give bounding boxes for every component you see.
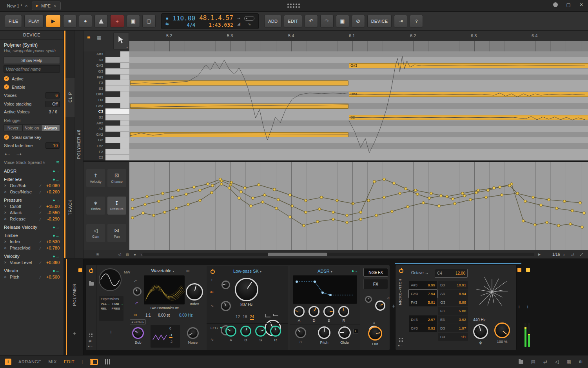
- automation-point[interactable]: [185, 193, 188, 196]
- mod-target-row[interactable]: ✕Oscs/Noise∕+0.260: [0, 189, 64, 195]
- osc-ratio-value[interactable]: 1:1: [145, 313, 151, 317]
- tuning-cell[interactable]: C31/1: [438, 333, 468, 341]
- oscillator-mode-selector[interactable]: Wavetable ▾: [141, 268, 185, 273]
- remove-icon[interactable]: ✕: [4, 246, 8, 250]
- d-knob[interactable]: [309, 306, 319, 317]
- param-value-box[interactable]: Off: [45, 101, 60, 107]
- mod-target-row[interactable]: ✕Pitch∕+0.500: [0, 274, 64, 280]
- piano-key-row[interactable]: E2: [83, 155, 129, 160]
- automation-point[interactable]: [211, 184, 214, 187]
- wavetable-file-name[interactable]: Two Harmonics.wt: [144, 306, 185, 310]
- automation-point[interactable]: [375, 214, 378, 217]
- add-modulator-icon[interactable]: +: [109, 329, 113, 335]
- mod-route-icon[interactable]: ●→: [53, 233, 60, 238]
- clip-source-strip[interactable]: POLYMER #6: [74, 31, 83, 258]
- tuning-cell[interactable]: E33.92: [438, 315, 468, 324]
- automation-point[interactable]: [175, 207, 178, 210]
- layers-icon[interactable]: ≋: [56, 160, 60, 165]
- piano-key[interactable]: [105, 132, 129, 138]
- tuning-cell[interactable]: F35.00: [438, 307, 468, 315]
- zoom-swap-icon[interactable]: ⇄: [571, 252, 574, 257]
- tuning-cell[interactable]: D#32.97: [409, 315, 437, 324]
- grid-resolution-value[interactable]: 1/16: [552, 252, 560, 257]
- s-knob[interactable]: [323, 306, 334, 317]
- tab-new1[interactable]: New 1 * ✕: [3, 2, 32, 10]
- env-curve-knob[interactable]: [295, 327, 306, 338]
- piano-key-row[interactable]: F3: [83, 80, 129, 86]
- amount-value[interactable]: 100 %: [497, 339, 508, 344]
- view-tab-mix[interactable]: MIX: [49, 359, 57, 364]
- automation-point[interactable]: [359, 211, 362, 214]
- mod-target-row[interactable]: ✕Release∕-0.290: [0, 216, 64, 222]
- close-window-icon[interactable]: ✕: [579, 2, 583, 7]
- automation-point[interactable]: [144, 203, 147, 206]
- piano-key[interactable]: [105, 75, 129, 80]
- timeline-ruler[interactable]: 5.25.35.46.16.26.36.4: [129, 31, 588, 41]
- reference-knob[interactable]: [473, 324, 488, 339]
- piano-key-row[interactable]: F#3: [83, 75, 129, 80]
- harmonics-icon[interactable]: ılıı: [134, 313, 137, 317]
- wavetable-bars-icon[interactable]: ılıı: [186, 269, 189, 273]
- automation-point[interactable]: [469, 199, 472, 201]
- piano-key[interactable]: [105, 137, 129, 143]
- groove-icon[interactable]: ⇆: [165, 22, 169, 26]
- device-power-icon[interactable]: [89, 269, 93, 273]
- mod-route-icon[interactable]: ↗: [134, 279, 137, 283]
- automation-point[interactable]: [477, 189, 480, 192]
- tuning-cell[interactable]: F#35.91: [409, 298, 437, 306]
- automation-point[interactable]: [131, 199, 134, 201]
- audition-speaker-icon[interactable]: ◁: [555, 359, 559, 364]
- filter-env-amount-knob[interactable]: [221, 301, 231, 311]
- mod-target-row[interactable]: ✕Cutoff∕+15.00: [0, 203, 64, 210]
- mod-amount-value[interactable]: +15.00: [42, 204, 60, 209]
- device-power-icon[interactable]: [399, 269, 403, 273]
- automation-point[interactable]: [485, 196, 488, 199]
- song-time-value[interactable]: 1:43.032: [209, 22, 233, 28]
- remove-icon[interactable]: ✕: [4, 217, 8, 221]
- amount-knob[interactable]: [494, 322, 510, 338]
- piano-key[interactable]: [105, 91, 129, 97]
- insert-device-icon[interactable]: +: [392, 303, 395, 309]
- modulator-row[interactable]: Release Velocity●→: [0, 222, 64, 230]
- zoom-fit-icon[interactable]: ⤢: [580, 252, 583, 257]
- piano-key-row[interactable]: G2: [83, 137, 129, 143]
- piano-key-row[interactable]: F2: [83, 149, 129, 155]
- automation-point[interactable]: [391, 210, 394, 213]
- piano-key[interactable]: [105, 149, 129, 155]
- mod-route-icon[interactable]: ●→: [53, 169, 60, 173]
- expression-vel[interactable]: VEL→: [101, 302, 110, 306]
- toggle-row[interactable]: ✓Enable: [0, 83, 64, 91]
- piano-key-row[interactable]: A3: [83, 57, 129, 63]
- automation-point[interactable]: [250, 205, 252, 208]
- tuning-cell[interactable]: G#37.94: [409, 290, 437, 298]
- expression-timb[interactable]: TIMB→: [112, 302, 123, 306]
- pointer-tool-button[interactable]: ▾: [113, 32, 129, 50]
- piano-key[interactable]: [105, 57, 129, 63]
- automation-point[interactable]: [524, 200, 527, 203]
- piano-key-row[interactable]: F#2: [83, 143, 129, 149]
- automation-point[interactable]: [501, 194, 503, 197]
- piano-key-row[interactable]: A2: [83, 126, 129, 132]
- automation-point[interactable]: [508, 184, 511, 187]
- maximize-icon[interactable]: ▢: [566, 2, 571, 7]
- automation-point[interactable]: [158, 200, 160, 203]
- a-knob[interactable]: [294, 306, 305, 317]
- sub-octave-option[interactable]: -2: [169, 340, 172, 344]
- noise-level-knob[interactable]: [187, 327, 199, 339]
- d-knob[interactable]: [240, 326, 251, 337]
- automation-point[interactable]: [193, 186, 196, 189]
- piano-key-column[interactable]: A#3A3G#3G3F#3F3E3D#3D3C#3C3B2A#2A2G#2G2F…: [83, 51, 129, 160]
- automation-point[interactable]: [318, 208, 321, 211]
- automation-point[interactable]: [346, 221, 348, 224]
- mod-target-row[interactable]: ✕PhaseMod∕+0.780: [0, 245, 64, 251]
- automation-point[interactable]: [273, 188, 276, 191]
- mod-amount-value[interactable]: -0.550: [42, 210, 60, 215]
- tap-tempo-icon[interactable]: ■: [166, 16, 168, 20]
- lane-gain[interactable]: ◁Gain: [86, 224, 105, 242]
- mod-target-row[interactable]: ✕Osc/Sub∕+0.080: [0, 182, 64, 189]
- piano-key[interactable]: [105, 115, 129, 120]
- add-device-icon[interactable]: +: [517, 304, 521, 310]
- mod-amount-value[interactable]: +0.360: [42, 260, 60, 265]
- resolution-up-icon[interactable]: ▴: [563, 252, 565, 257]
- piano-key-row[interactable]: G#3: [83, 63, 129, 69]
